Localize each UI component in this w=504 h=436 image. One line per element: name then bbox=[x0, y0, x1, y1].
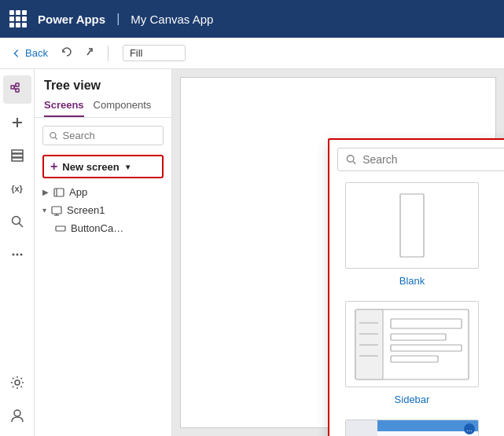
data-icon[interactable] bbox=[3, 141, 31, 170]
new-screen-button[interactable]: + New screen ▾ bbox=[42, 155, 164, 178]
fill-label: Fill bbox=[130, 47, 143, 59]
dropdown-search-input[interactable] bbox=[362, 153, 504, 166]
svg-rect-22 bbox=[52, 207, 61, 214]
svg-line-0 bbox=[87, 49, 92, 55]
fill-selector[interactable]: Fill bbox=[123, 45, 186, 61]
plus-icon: + bbox=[50, 159, 57, 174]
undo-button[interactable] bbox=[57, 42, 76, 64]
new-screen-dropdown: Blank Split screen bbox=[328, 138, 504, 436]
svg-rect-53 bbox=[346, 420, 377, 436]
dropdown-arrow-icon: ▾ bbox=[126, 163, 130, 171]
app-icon bbox=[53, 187, 64, 198]
svg-line-27 bbox=[353, 161, 355, 163]
svg-rect-3 bbox=[16, 89, 19, 92]
tree-item-buttonca-label: ButtonCa… bbox=[71, 222, 123, 234]
toolbar-divider bbox=[108, 46, 109, 61]
template-blank-thumb bbox=[345, 182, 479, 269]
templates-grid: Blank Split screen bbox=[337, 182, 504, 436]
svg-line-5 bbox=[14, 87, 16, 90]
svg-point-13 bbox=[12, 254, 14, 256]
tree-item-screen1-label: Screen1 bbox=[67, 204, 105, 216]
tree-search-input[interactable] bbox=[63, 130, 156, 141]
chevron-right-icon: ▶ bbox=[42, 188, 49, 196]
svg-point-14 bbox=[16, 254, 18, 256]
topbar: Power Apps | My Canvas App bbox=[0, 0, 504, 38]
template-gallery[interactable]: ... bbox=[499, 420, 504, 436]
svg-rect-10 bbox=[12, 158, 23, 161]
app-name: Power Apps bbox=[38, 13, 105, 26]
template-blank-label: Blank bbox=[399, 275, 425, 287]
svg-rect-36 bbox=[391, 319, 462, 328]
undo-icon bbox=[61, 46, 73, 58]
separator: | bbox=[116, 12, 120, 26]
redo-button[interactable] bbox=[81, 42, 100, 64]
icon-bar: {x} bbox=[0, 69, 35, 436]
svg-rect-8 bbox=[12, 150, 23, 153]
search-icon bbox=[50, 131, 58, 141]
template-form-thumb: ... bbox=[345, 420, 479, 436]
template-form[interactable]: ... bbox=[337, 420, 487, 436]
svg-rect-28 bbox=[400, 194, 424, 257]
svg-rect-25 bbox=[56, 226, 65, 231]
template-sidebar[interactable]: Sidebar bbox=[337, 301, 487, 405]
redo-icon bbox=[84, 46, 97, 58]
template-blank[interactable]: Blank bbox=[337, 182, 487, 287]
tree-item-app-label: App bbox=[69, 186, 87, 198]
svg-rect-38 bbox=[391, 345, 462, 351]
svg-point-18 bbox=[50, 132, 56, 137]
dropdown-search-box[interactable] bbox=[337, 148, 504, 171]
svg-line-19 bbox=[55, 137, 57, 139]
tree-view-icon[interactable] bbox=[3, 75, 31, 104]
tree-search-box[interactable] bbox=[42, 126, 164, 145]
svg-rect-37 bbox=[391, 334, 446, 340]
back-button[interactable]: Back bbox=[6, 44, 53, 62]
search-icon bbox=[346, 154, 356, 165]
svg-rect-1 bbox=[11, 86, 14, 89]
apps-icon[interactable] bbox=[9, 10, 27, 27]
more-icon[interactable] bbox=[3, 240, 31, 269]
screen-icon bbox=[51, 205, 62, 216]
tab-screens[interactable]: Screens bbox=[44, 96, 84, 117]
template-split-screen[interactable]: Split screen bbox=[499, 182, 504, 287]
main-layout: {x} Tree view S bbox=[0, 69, 504, 436]
template-marker: ... bbox=[464, 423, 475, 434]
template-sidebar-thumb bbox=[345, 301, 479, 387]
account-icon[interactable] bbox=[3, 401, 31, 430]
tree-item-screen1[interactable]: ▾ Screen1 bbox=[35, 201, 171, 219]
svg-point-26 bbox=[347, 156, 353, 162]
settings-icon[interactable] bbox=[3, 368, 31, 397]
back-arrow-icon bbox=[11, 48, 22, 59]
add-icon[interactable] bbox=[3, 108, 31, 137]
svg-rect-20 bbox=[54, 189, 64, 196]
canvas-app-name: My Canvas App bbox=[131, 13, 213, 26]
tree-item-app[interactable]: ▶ App bbox=[35, 183, 171, 201]
tree-item-buttonca[interactable]: ButtonCa… bbox=[47, 219, 171, 237]
tab-components[interactable]: Components bbox=[94, 96, 152, 117]
svg-point-16 bbox=[15, 380, 20, 385]
svg-rect-2 bbox=[16, 83, 19, 86]
back-label: Back bbox=[25, 47, 48, 59]
template-header-footer[interactable]: Header and footer bbox=[499, 301, 504, 405]
canvas-area: Blank Split screen bbox=[172, 69, 504, 436]
svg-rect-9 bbox=[12, 154, 23, 157]
template-sidebar-label: Sidebar bbox=[395, 394, 430, 405]
svg-point-15 bbox=[20, 254, 22, 256]
toolbar: Back Fill bbox=[0, 38, 504, 69]
search-icon[interactable] bbox=[3, 207, 31, 236]
svg-point-17 bbox=[14, 410, 20, 416]
tree-tabs: Screens Components bbox=[35, 96, 171, 118]
control-icon bbox=[55, 223, 66, 234]
svg-line-12 bbox=[19, 223, 23, 227]
new-screen-label: New screen bbox=[62, 161, 119, 173]
tree-panel: Tree view Screens Components + New scree… bbox=[35, 69, 172, 436]
variable-icon[interactable]: {x} bbox=[3, 174, 31, 203]
svg-rect-39 bbox=[391, 356, 438, 362]
chevron-down-icon: ▾ bbox=[42, 206, 46, 214]
tree-title: Tree view bbox=[35, 69, 171, 96]
